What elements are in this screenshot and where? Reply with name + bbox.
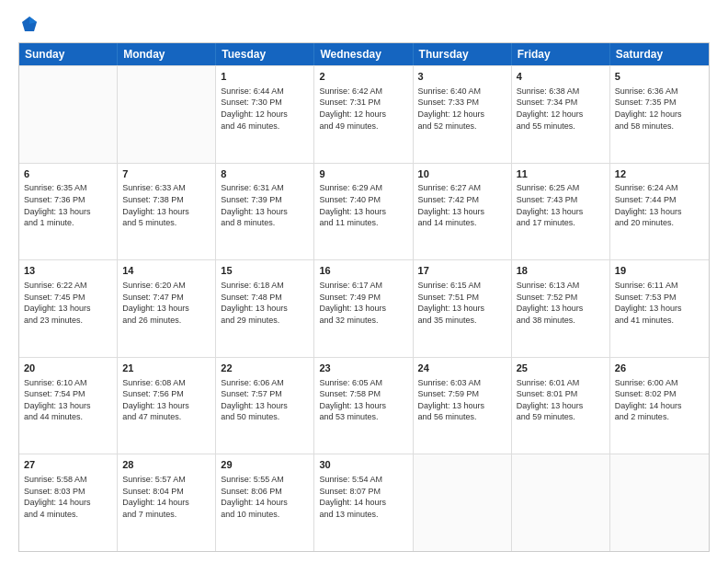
- day-number: 7: [122, 167, 210, 181]
- day-info: Sunrise: 6:01 AM Sunset: 8:01 PM Dayligh…: [517, 377, 605, 423]
- day-number: 20: [24, 362, 112, 375]
- day-info: Sunrise: 6:00 AM Sunset: 8:02 PM Dayligh…: [615, 377, 704, 423]
- day-cell-22: 22Sunrise: 6:06 AM Sunset: 7:57 PM Dayli…: [216, 358, 314, 454]
- day-number: 16: [319, 264, 407, 278]
- day-info: Sunrise: 6:25 AM Sunset: 7:43 PM Dayligh…: [517, 182, 605, 228]
- weekday-header-wednesday: Wednesday: [314, 43, 413, 65]
- weekday-header-thursday: Thursday: [414, 43, 512, 65]
- day-cell-28: 28Sunrise: 5:57 AM Sunset: 8:04 PM Dayli…: [118, 454, 216, 551]
- day-info: Sunrise: 6:35 AM Sunset: 7:36 PM Dayligh…: [24, 182, 112, 228]
- day-info: Sunrise: 6:08 AM Sunset: 7:56 PM Dayligh…: [122, 377, 210, 423]
- day-info: Sunrise: 6:06 AM Sunset: 7:57 PM Dayligh…: [221, 377, 309, 423]
- day-cell-24: 24Sunrise: 6:03 AM Sunset: 7:59 PM Dayli…: [414, 358, 512, 454]
- day-info: Sunrise: 5:54 AM Sunset: 8:07 PM Dayligh…: [319, 474, 407, 520]
- day-info: Sunrise: 6:11 AM Sunset: 7:53 PM Dayligh…: [615, 280, 704, 326]
- day-info: Sunrise: 6:42 AM Sunset: 7:31 PM Dayligh…: [319, 86, 407, 132]
- day-number: 13: [24, 264, 112, 278]
- day-info: Sunrise: 6:40 AM Sunset: 7:33 PM Dayligh…: [418, 86, 506, 132]
- day-cell-27: 27Sunrise: 5:58 AM Sunset: 8:03 PM Dayli…: [19, 454, 118, 551]
- page: SundayMondayTuesdayWednesdayThursdayFrid…: [0, 0, 728, 563]
- calendar-row-1: 6Sunrise: 6:35 AM Sunset: 7:36 PM Daylig…: [19, 163, 709, 260]
- day-number: 22: [221, 362, 309, 375]
- day-info: Sunrise: 6:20 AM Sunset: 7:47 PM Dayligh…: [122, 280, 210, 326]
- day-info: Sunrise: 6:05 AM Sunset: 7:58 PM Dayligh…: [319, 377, 407, 423]
- day-info: Sunrise: 6:03 AM Sunset: 7:59 PM Dayligh…: [418, 377, 506, 423]
- header: [18, 15, 710, 33]
- day-info: Sunrise: 6:10 AM Sunset: 7:54 PM Dayligh…: [24, 377, 112, 423]
- day-cell-30: 30Sunrise: 5:54 AM Sunset: 8:07 PM Dayli…: [314, 454, 413, 551]
- day-number: 15: [221, 264, 309, 278]
- day-number: 12: [615, 167, 704, 181]
- day-number: 17: [418, 264, 506, 278]
- day-number: 3: [418, 70, 506, 84]
- day-info: Sunrise: 6:18 AM Sunset: 7:48 PM Dayligh…: [221, 280, 309, 326]
- day-number: 28: [122, 458, 210, 472]
- day-info: Sunrise: 6:27 AM Sunset: 7:42 PM Dayligh…: [418, 182, 506, 228]
- day-cell-8: 8Sunrise: 6:31 AM Sunset: 7:39 PM Daylig…: [216, 164, 314, 260]
- calendar-row-2: 13Sunrise: 6:22 AM Sunset: 7:45 PM Dayli…: [19, 259, 709, 357]
- day-number: 14: [122, 264, 210, 278]
- day-cell-29: 29Sunrise: 5:55 AM Sunset: 8:06 PM Dayli…: [216, 454, 314, 551]
- day-number: 27: [24, 458, 112, 472]
- day-cell-3: 3Sunrise: 6:40 AM Sunset: 7:33 PM Daylig…: [414, 66, 512, 163]
- day-cell-14: 14Sunrise: 6:20 AM Sunset: 7:47 PM Dayli…: [118, 260, 216, 357]
- day-cell-10: 10Sunrise: 6:27 AM Sunset: 7:42 PM Dayli…: [414, 164, 512, 260]
- day-number: 30: [319, 458, 407, 472]
- weekday-header-sunday: Sunday: [19, 43, 118, 65]
- empty-cell-0-1: [118, 66, 216, 163]
- empty-cell-4-6: [610, 454, 709, 551]
- day-info: Sunrise: 5:55 AM Sunset: 8:06 PM Dayligh…: [221, 474, 309, 520]
- day-info: Sunrise: 6:29 AM Sunset: 7:40 PM Dayligh…: [319, 182, 407, 228]
- day-cell-16: 16Sunrise: 6:17 AM Sunset: 7:49 PM Dayli…: [314, 260, 413, 357]
- weekday-header-monday: Monday: [118, 43, 216, 65]
- weekday-header-tuesday: Tuesday: [216, 43, 314, 65]
- day-cell-1: 1Sunrise: 6:44 AM Sunset: 7:30 PM Daylig…: [216, 66, 314, 163]
- day-info: Sunrise: 6:22 AM Sunset: 7:45 PM Dayligh…: [24, 280, 112, 326]
- calendar-header: SundayMondayTuesdayWednesdayThursdayFrid…: [19, 43, 709, 65]
- day-cell-12: 12Sunrise: 6:24 AM Sunset: 7:44 PM Dayli…: [610, 164, 709, 260]
- day-number: 6: [24, 167, 112, 181]
- day-info: Sunrise: 6:33 AM Sunset: 7:38 PM Dayligh…: [122, 182, 210, 228]
- day-cell-25: 25Sunrise: 6:01 AM Sunset: 8:01 PM Dayli…: [512, 358, 610, 454]
- day-number: 10: [418, 167, 506, 181]
- calendar-body: 1Sunrise: 6:44 AM Sunset: 7:30 PM Daylig…: [19, 65, 709, 551]
- day-cell-11: 11Sunrise: 6:25 AM Sunset: 7:43 PM Dayli…: [512, 164, 610, 260]
- day-info: Sunrise: 5:57 AM Sunset: 8:04 PM Dayligh…: [122, 474, 210, 520]
- day-info: Sunrise: 6:13 AM Sunset: 7:52 PM Dayligh…: [517, 280, 605, 326]
- day-number: 21: [122, 362, 210, 375]
- day-info: Sunrise: 5:58 AM Sunset: 8:03 PM Dayligh…: [24, 474, 112, 520]
- day-info: Sunrise: 6:31 AM Sunset: 7:39 PM Dayligh…: [221, 182, 309, 228]
- day-number: 2: [319, 70, 407, 84]
- day-info: Sunrise: 6:36 AM Sunset: 7:35 PM Dayligh…: [615, 86, 704, 132]
- empty-cell-4-5: [512, 454, 610, 551]
- weekday-header-friday: Friday: [512, 43, 610, 65]
- day-number: 29: [221, 458, 309, 472]
- day-cell-6: 6Sunrise: 6:35 AM Sunset: 7:36 PM Daylig…: [19, 164, 118, 260]
- day-number: 26: [615, 362, 704, 375]
- day-number: 19: [615, 264, 704, 278]
- day-cell-9: 9Sunrise: 6:29 AM Sunset: 7:40 PM Daylig…: [314, 164, 413, 260]
- calendar: SundayMondayTuesdayWednesdayThursdayFrid…: [18, 42, 710, 552]
- day-cell-26: 26Sunrise: 6:00 AM Sunset: 8:02 PM Dayli…: [610, 358, 709, 454]
- logo: [18, 15, 39, 33]
- day-cell-2: 2Sunrise: 6:42 AM Sunset: 7:31 PM Daylig…: [314, 66, 413, 163]
- day-info: Sunrise: 6:44 AM Sunset: 7:30 PM Dayligh…: [221, 86, 309, 132]
- calendar-row-0: 1Sunrise: 6:44 AM Sunset: 7:30 PM Daylig…: [19, 65, 709, 163]
- day-cell-19: 19Sunrise: 6:11 AM Sunset: 7:53 PM Dayli…: [610, 260, 709, 357]
- day-cell-23: 23Sunrise: 6:05 AM Sunset: 7:58 PM Dayli…: [314, 358, 413, 454]
- day-cell-13: 13Sunrise: 6:22 AM Sunset: 7:45 PM Dayli…: [19, 260, 118, 357]
- day-cell-21: 21Sunrise: 6:08 AM Sunset: 7:56 PM Dayli…: [118, 358, 216, 454]
- day-number: 25: [517, 362, 605, 375]
- calendar-row-3: 20Sunrise: 6:10 AM Sunset: 7:54 PM Dayli…: [19, 357, 709, 454]
- empty-cell-4-4: [414, 454, 512, 551]
- day-cell-20: 20Sunrise: 6:10 AM Sunset: 7:54 PM Dayli…: [19, 358, 118, 454]
- logo-flag-icon: [20, 15, 39, 33]
- day-number: 23: [319, 362, 407, 375]
- calendar-row-4: 27Sunrise: 5:58 AM Sunset: 8:03 PM Dayli…: [19, 454, 709, 551]
- day-cell-5: 5Sunrise: 6:36 AM Sunset: 7:35 PM Daylig…: [610, 66, 709, 163]
- day-number: 18: [517, 264, 605, 278]
- day-number: 5: [615, 70, 704, 84]
- day-number: 9: [319, 167, 407, 181]
- day-cell-4: 4Sunrise: 6:38 AM Sunset: 7:34 PM Daylig…: [512, 66, 610, 163]
- day-number: 11: [517, 167, 605, 181]
